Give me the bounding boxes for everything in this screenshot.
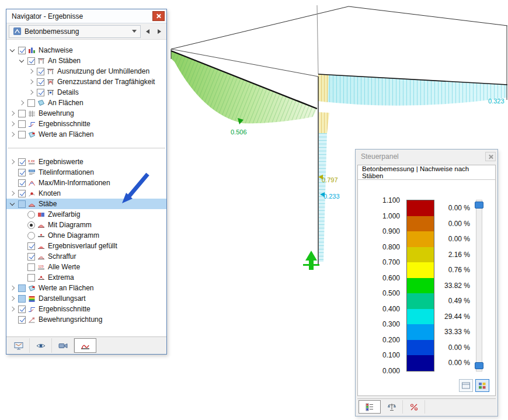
control-panel-balance-tab[interactable] [381, 400, 403, 414]
checkbox-werte-an-flaechen[interactable] [18, 131, 26, 138]
tree-item-extrema[interactable]: Extrema [6, 272, 166, 283]
tree-item-darstellungsart[interactable]: Darstellungsart [6, 293, 166, 304]
navigator-titlebar[interactable]: Navigator - Ergebnisse [6, 9, 166, 23]
checkbox-bewehrung[interactable] [18, 110, 26, 117]
control-panel-titlebar[interactable]: Steuerpanel [356, 150, 497, 164]
tree-item-bewehrungsrichtung[interactable]: Bewehrungsrichtung [6, 314, 166, 325]
tree-item-bewehrung[interactable]: Bewehrung [6, 108, 166, 119]
checkbox-an-staeben[interactable] [27, 57, 35, 65]
tree-item-nachweise[interactable]: Nachweise [6, 45, 166, 55]
radio-mit-diagramm[interactable] [27, 221, 35, 229]
navigator-icon [13, 27, 22, 36]
chevron-down-icon [132, 30, 137, 33]
tree-item-ergebniswerte[interactable]: x.xxErgebniswerte [6, 157, 166, 167]
control-panel-close-button[interactable] [485, 152, 496, 161]
tree-item-an-staeben[interactable]: An Stäben [6, 55, 166, 66]
tree-item-schraffur[interactable]: Schraffur [6, 251, 166, 262]
scale-color-block[interactable] [407, 262, 434, 278]
beam-result-diagram-green [171, 51, 317, 123]
navigator-close-button[interactable] [152, 11, 165, 21]
checkbox-ergebnisverlauf-gefuellt[interactable] [27, 242, 35, 250]
checkbox-knoten[interactable] [18, 190, 26, 197]
tree-item-details[interactable]: Details [6, 87, 166, 98]
checkbox-max-min-informationen[interactable] [18, 179, 26, 187]
collapse-icon[interactable] [9, 47, 16, 54]
checkbox-an-flaechen[interactable] [27, 99, 35, 107]
checkbox-details[interactable] [37, 89, 44, 96]
scale-color-block[interactable] [407, 200, 434, 216]
scale-color-block[interactable] [407, 247, 434, 263]
tree-item-zweifarbig[interactable]: Zweifarbig [6, 209, 166, 220]
scale-color-block[interactable] [407, 309, 434, 325]
tree-item-ergebnisschnitte[interactable]: Ergebnisschnitte [6, 304, 166, 314]
scale-percent-label: 33.82 % [436, 282, 470, 290]
scale-color-block[interactable] [407, 355, 434, 371]
tree-item-alle-werte[interactable]: 123Alle Werte [6, 262, 166, 272]
checkbox-ergebniswerte[interactable] [18, 158, 26, 166]
control-panel-scale-tab[interactable] [359, 400, 381, 414]
expand-icon[interactable] [27, 68, 35, 75]
checkbox-ausnutzung-der-umhuellenden[interactable] [37, 68, 44, 75]
expand-icon[interactable] [9, 120, 16, 128]
navigator-tab-display[interactable] [8, 338, 30, 353]
expand-icon[interactable] [9, 284, 16, 292]
navigator-tab-eye[interactable] [30, 338, 52, 353]
tree-item-mit-diagramm[interactable]: Mit Diagramm [6, 220, 166, 230]
checkbox-alle-werte[interactable] [27, 263, 35, 271]
scale-slider-track[interactable] [476, 200, 482, 372]
checkbox-ergebnisschnitte[interactable] [18, 306, 26, 313]
radio-zweifarbig[interactable] [27, 211, 35, 218]
expand-icon[interactable] [27, 78, 35, 86]
checkbox-werte-an-flaechen[interactable] [18, 284, 26, 292]
tree-item-ohne-diagramm[interactable]: Ohne Diagramm [6, 230, 166, 241]
expand-icon[interactable] [9, 158, 16, 166]
expand-icon[interactable] [9, 110, 16, 117]
checkbox-grenzzustand-der-tragfaehigkeit[interactable] [37, 78, 44, 86]
scale-color-block[interactable] [407, 216, 434, 232]
tab-results-icon [80, 341, 91, 350]
scale-color-block[interactable] [407, 278, 434, 294]
tree-item-ergebnisverlauf-gefuellt[interactable]: Ergebnisverlauf gefüllt [6, 241, 166, 251]
panel-grid-button[interactable] [475, 379, 489, 392]
scale-color-block[interactable] [407, 231, 434, 247]
checkbox-bewehrungsrichtung[interactable] [18, 316, 26, 324]
checkbox-titelinformationen[interactable] [18, 169, 26, 176]
tree-item-an-flaechen[interactable]: An Flächen [6, 98, 166, 108]
collapse-icon[interactable] [18, 57, 26, 65]
expand-icon[interactable] [9, 190, 16, 197]
tree-item-grenzzustand-der-tragfaehigkeit[interactable]: Grenzzustand der Tragfähigkeit [6, 77, 166, 87]
expander-spacer [18, 232, 26, 239]
checkbox-nachweise[interactable] [18, 47, 26, 54]
radio-ohne-diagramm[interactable] [27, 232, 35, 239]
scale-color-block[interactable] [407, 324, 434, 340]
panel-scale-icon [364, 402, 375, 412]
navigator-tab-results[interactable] [74, 338, 96, 353]
collapse-icon[interactable] [9, 200, 16, 208]
panel-window-button[interactable] [459, 379, 473, 392]
expand-icon[interactable] [9, 295, 16, 303]
tree-item-werte-an-flaechen[interactable]: Werte an Flächen [6, 129, 166, 140]
design-case-dropdown[interactable]: Betonbemessung [9, 25, 141, 38]
tree-item-ausnutzung-der-umhuellenden[interactable]: Ausnutzung der Umhüllenden [6, 66, 166, 77]
expand-icon[interactable] [9, 131, 16, 138]
tree-item-werte-an-flaechen[interactable]: Werte an Flächen [6, 283, 166, 293]
tree-item-ergebnisschnitte[interactable]: Ergebnisschnitte [6, 119, 166, 129]
scale-color-block[interactable] [407, 293, 434, 309]
expand-icon[interactable] [18, 99, 26, 107]
navigator-tab-camera[interactable] [52, 338, 74, 353]
previous-case-button[interactable] [142, 26, 152, 37]
checkbox-darstellungsart[interactable] [18, 295, 26, 303]
scale-percent-label: 0.00 % [436, 235, 470, 243]
checkbox-staebe[interactable] [18, 200, 26, 208]
scale-slider-min-handle[interactable] [475, 362, 483, 369]
scale-color-block[interactable] [407, 340, 434, 356]
checkbox-extrema[interactable] [27, 274, 35, 282]
checkbox-ergebnisschnitte[interactable] [18, 120, 26, 128]
expand-icon[interactable] [27, 89, 35, 96]
scale-slider-max-handle[interactable] [475, 202, 483, 209]
checkbox-schraffur[interactable] [27, 253, 35, 261]
tree-section-results: NachweiseAn StäbenAusnutzung der Umhülle… [6, 45, 166, 140]
next-case-button[interactable] [154, 26, 164, 37]
expand-icon[interactable] [9, 306, 16, 313]
control-panel-percent-tab[interactable] [403, 400, 425, 414]
